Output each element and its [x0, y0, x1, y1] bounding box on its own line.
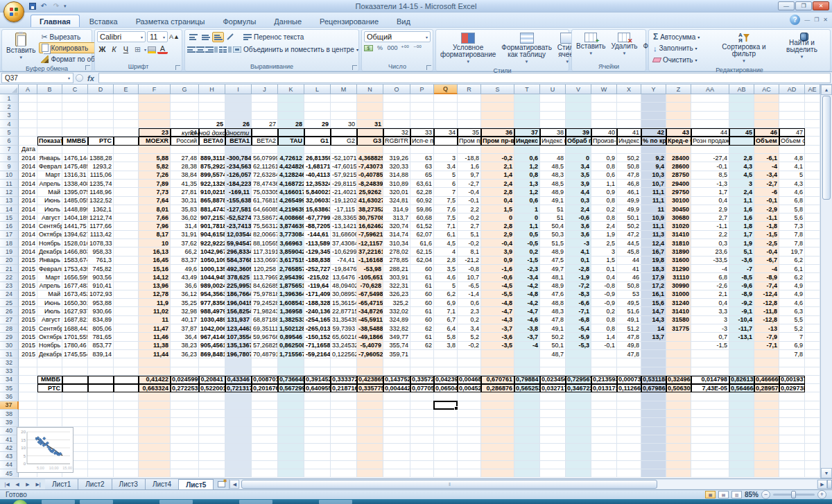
- cell[interactable]: 2,8: [729, 154, 754, 162]
- cell[interactable]: [641, 146, 666, 154]
- cell[interactable]: [779, 401, 805, 410]
- cell[interactable]: [514, 401, 540, 410]
- cell[interactable]: [691, 452, 729, 460]
- cell[interactable]: [729, 342, 754, 350]
- cell[interactable]: [754, 392, 779, 401]
- cell[interactable]: 75,97818: [252, 290, 278, 299]
- cell[interactable]: 1394,627: [62, 231, 88, 239]
- cell[interactable]: [591, 350, 617, 358]
- cell[interactable]: Ноябрь: [37, 342, 62, 350]
- cell[interactable]: [805, 188, 820, 196]
- cell[interactable]: 2014: [19, 231, 37, 239]
- cell[interactable]: 2,3: [458, 307, 481, 315]
- cell[interactable]: [410, 146, 434, 154]
- cell[interactable]: 1677,483: [62, 282, 88, 290]
- cell[interactable]: 47,8: [617, 171, 641, 180]
- cell[interactable]: 26,81359: [304, 154, 331, 162]
- cell[interactable]: -300,784: [225, 154, 252, 162]
- cell[interactable]: -3,5: [481, 342, 514, 350]
- cell[interactable]: [357, 103, 383, 111]
- cell[interactable]: [171, 103, 199, 111]
- cell[interactable]: 1650,301: [62, 299, 88, 307]
- cell[interactable]: 68,87188: [252, 316, 278, 324]
- cell[interactable]: 0,029738: [779, 384, 805, 392]
- cell[interactable]: [88, 146, 114, 154]
- cell[interactable]: [805, 461, 820, 469]
- column-header-B[interactable]: B: [37, 85, 62, 94]
- cell[interactable]: [139, 358, 171, 367]
- row-header-35[interactable]: 35: [0, 384, 19, 392]
- cell[interactable]: [114, 435, 139, 444]
- cell[interactable]: [199, 469, 225, 478]
- cell[interactable]: -0,9: [591, 290, 617, 299]
- cell[interactable]: [805, 128, 820, 137]
- cell[interactable]: [481, 350, 514, 358]
- cell[interactable]: 4,008665: [278, 214, 304, 222]
- cell[interactable]: [458, 94, 481, 103]
- cell[interactable]: [729, 435, 754, 444]
- row-header-25[interactable]: 25: [0, 299, 19, 307]
- cell[interactable]: [729, 350, 754, 358]
- row-header-31[interactable]: 31: [0, 350, 19, 358]
- workbook-close-icon[interactable]: ✕: [823, 17, 828, 23]
- cell[interactable]: Январь: [37, 154, 62, 162]
- cell[interactable]: 48,3: [540, 171, 566, 180]
- cell[interactable]: [171, 452, 199, 460]
- next-sheet-icon[interactable]: ▶: [23, 482, 33, 487]
- scroll-right-icon[interactable]: ▶: [817, 480, 827, 489]
- cell[interactable]: 49,9: [617, 205, 641, 214]
- row-header-37[interactable]: 37: [0, 401, 19, 410]
- cell[interactable]: [88, 376, 114, 384]
- column-header-H[interactable]: H: [199, 85, 225, 94]
- cell[interactable]: 225,9953: [225, 282, 252, 290]
- cell[interactable]: [666, 350, 691, 358]
- cell[interactable]: [481, 452, 514, 460]
- cell[interactable]: BETA1: [225, 137, 252, 145]
- cell[interactable]: [779, 435, 805, 444]
- cell[interactable]: -67,5498: [357, 290, 383, 299]
- cell[interactable]: 0,213593: [591, 376, 617, 384]
- cell[interactable]: [88, 392, 114, 401]
- cell[interactable]: 59,86: [410, 205, 434, 214]
- cell[interactable]: 4,1: [779, 162, 805, 171]
- cell[interactable]: [805, 273, 820, 281]
- cell[interactable]: [383, 103, 410, 111]
- cell[interactable]: 4,368825: [357, 154, 383, 162]
- cell[interactable]: [666, 444, 691, 452]
- cell[interactable]: 0,79884: [514, 376, 540, 384]
- cell[interactable]: -1,6: [481, 265, 514, 273]
- row-header-20[interactable]: 20: [0, 257, 19, 265]
- cell[interactable]: [729, 444, 754, 452]
- cell[interactable]: 901,7818: [199, 222, 225, 230]
- cell[interactable]: -27,4: [691, 154, 729, 162]
- cell[interactable]: 2014: [19, 171, 37, 180]
- cell[interactable]: [617, 120, 641, 128]
- cell[interactable]: [805, 197, 820, 205]
- cell[interactable]: 48,1: [540, 273, 566, 281]
- cell[interactable]: -113,589: [304, 239, 331, 247]
- cell[interactable]: 6,4: [434, 324, 458, 333]
- cell[interactable]: 28600: [666, 162, 691, 171]
- cell[interactable]: Объем строит: [779, 137, 805, 145]
- cell[interactable]: 904,6158: [199, 231, 225, 239]
- fill-color-icon[interactable]: [148, 46, 156, 53]
- cell[interactable]: 1,9: [591, 231, 617, 239]
- cell[interactable]: Июнь: [37, 299, 62, 307]
- cell[interactable]: 910,41: [88, 282, 114, 290]
- cell[interactable]: [691, 350, 729, 358]
- cell[interactable]: 967,4146: [199, 333, 225, 341]
- cell[interactable]: 7,73: [139, 188, 171, 196]
- insert-function-icon[interactable]: [76, 74, 83, 82]
- cell[interactable]: Индекс пр: [540, 137, 566, 145]
- cell[interactable]: 5,2: [458, 333, 481, 341]
- row-header-7[interactable]: 7: [0, 146, 19, 154]
- cell[interactable]: [481, 358, 514, 367]
- cell[interactable]: 0,004442: [383, 384, 410, 392]
- cell[interactable]: 5,82: [139, 162, 171, 171]
- cell[interactable]: [37, 367, 62, 376]
- cell[interactable]: [666, 342, 691, 350]
- cell[interactable]: 0,4: [691, 197, 729, 205]
- cell[interactable]: -6,5: [458, 282, 481, 290]
- cell[interactable]: Август: [37, 214, 62, 222]
- cell[interactable]: [171, 444, 199, 452]
